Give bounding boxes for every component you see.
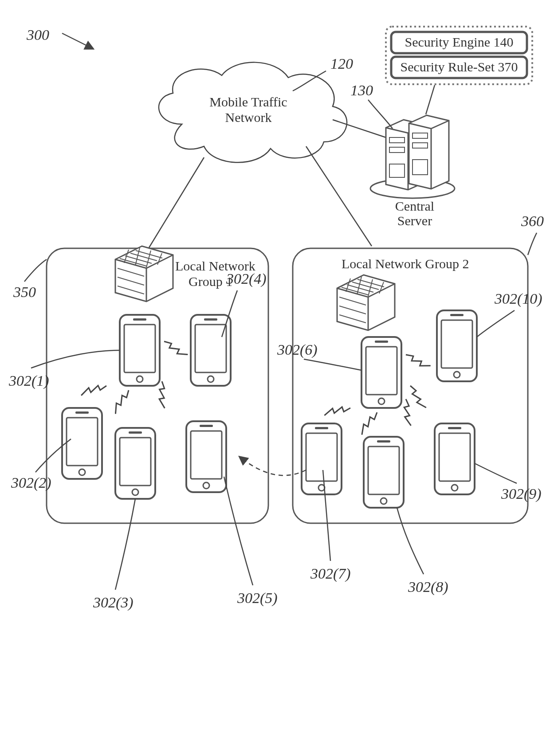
- d3-ref: 302(3): [93, 594, 134, 611]
- figure-ref-label: 300: [26, 27, 49, 43]
- server-label-2: Server: [397, 213, 432, 228]
- security-panel: Security Engine 140 Security Rule-Set 37…: [386, 27, 532, 84]
- local-network-group-1: Local Network Group 1: [47, 246, 268, 523]
- cloud-mobile-traffic-network: Mobile Traffic Network: [159, 63, 347, 163]
- d9-ref: 302(9): [501, 486, 542, 502]
- server-ref: 130: [350, 82, 373, 98]
- security-engine-label: Security Engine 140: [405, 35, 514, 49]
- d4-ref: 302(4): [226, 270, 267, 287]
- group2-ref: 360: [521, 213, 544, 229]
- local-network-group-2: Local Network Group 2: [293, 248, 528, 523]
- central-server: [370, 115, 455, 198]
- d8-ref: 302(8): [408, 579, 448, 595]
- cloud-label-1: Mobile Traffic: [209, 94, 287, 109]
- cloud-ref: 120: [330, 55, 353, 72]
- d5-ref: 302(5): [237, 590, 278, 607]
- network-diagram: 300 Mobile Traffic Network 120 Central S…: [0, 0, 550, 756]
- d2-ref: 302(2): [11, 474, 51, 491]
- d6-ref: 302(6): [277, 341, 318, 358]
- d7-ref: 302(7): [310, 565, 351, 582]
- cloud-label-2: Network: [225, 110, 272, 125]
- d10-ref: 302(10): [494, 290, 542, 307]
- group1-ref: 350: [13, 284, 36, 300]
- d1-ref: 302(1): [8, 372, 49, 389]
- group2-title: Local Network Group 2: [342, 256, 469, 271]
- server-label-1: Central: [395, 199, 434, 213]
- security-ruleset-label: Security Rule-Set 370: [401, 59, 518, 74]
